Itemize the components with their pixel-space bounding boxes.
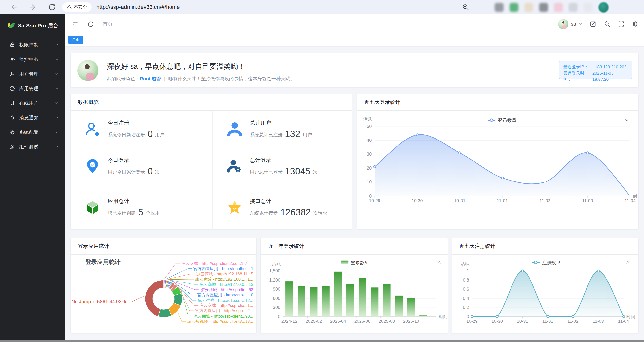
svg-text:11-02: 11-02: [540, 198, 550, 203]
sidebar-item-permission[interactable]: 权限控制: [0, 38, 65, 52]
svg-text:300: 300: [273, 305, 280, 310]
site-security-badge[interactable]: 不安全: [62, 3, 92, 12]
collapse-sidebar-icon[interactable]: [72, 21, 78, 28]
data-overview-card: 数据概览 今日注册 系统今日新增注册0用户 总计用户 系统总计已注册132用户 …: [70, 94, 352, 230]
extension-icon[interactable]: [524, 3, 533, 12]
svg-text:1: 1: [466, 268, 469, 273]
svg-text:11-04: 11-04: [618, 319, 629, 324]
sidebar-item-label: 权限控制: [19, 42, 38, 48]
browser-forward-icon[interactable]: [29, 4, 36, 11]
svg-text:活跃: 活跃: [272, 261, 281, 266]
card-title: 近七天登录统计: [364, 94, 400, 110]
breadcrumb[interactable]: 首页: [103, 21, 112, 28]
chevron-down-icon: [55, 44, 58, 46]
login-year-bar-chart[interactable]: 03006009001,2001,500活跃时间2024-122025-0220…: [260, 255, 448, 333]
login-apps-donut-chart[interactable]: 登录应用统计No Jump： 5861 44.93%凉云商城 - http://…: [70, 255, 256, 333]
stat-total-users: 总计用户 系统总计已注册132用户: [213, 111, 352, 148]
scissors-icon: [10, 144, 15, 150]
svg-text:10-31: 10-31: [517, 319, 528, 324]
stat-value: 132: [285, 129, 300, 139]
pie-icon: [10, 86, 15, 91]
svg-text:11-01: 11-01: [542, 319, 553, 324]
extension-icon[interactable]: [584, 3, 592, 12]
login-7days-chart-card: 近七天登录统计 01020304050活跃时间10-2910-3010-3111…: [356, 94, 638, 230]
stat-today-register: 今日注册 系统今日新增注册0用户: [70, 111, 213, 148]
user-menu[interactable]: sa: [558, 19, 582, 29]
stat-unit: 个应用: [146, 210, 160, 216]
stat-desc: 系统累计接受: [250, 210, 278, 216]
svg-text:官方内置应用 - http://localhos...1: 官方内置应用 - http://localhos...1: [193, 266, 253, 271]
sidebar-item-component-test[interactable]: 组件测试: [0, 140, 65, 154]
gear-icon[interactable]: [632, 21, 638, 28]
extension-icon[interactable]: [554, 3, 563, 12]
sidebar-item-users[interactable]: 用户管理: [0, 67, 65, 81]
stat-title: 应用总计: [108, 198, 160, 205]
login-7days-line-chart[interactable]: 01020304050活跃时间10-2910-3010-3111-0111-02…: [357, 111, 638, 229]
svg-text:11-02: 11-02: [568, 319, 578, 324]
extension-icon[interactable]: [569, 3, 578, 12]
app-logo[interactable]: Sa-Sso-Pro 后台: [0, 14, 65, 37]
svg-text:1,500: 1,500: [269, 268, 280, 273]
last-login-time-label: 最近登录时间：: [563, 70, 592, 83]
svg-text:20: 20: [367, 166, 372, 171]
svg-text:10-29: 10-29: [466, 319, 478, 324]
chevron-down-icon: [55, 59, 58, 61]
refresh-page-icon[interactable]: [87, 21, 94, 28]
sidebar: Sa-Sso-Pro 后台 权限控制 监控中心 用户管理 应用管理: [0, 14, 65, 340]
svg-text:凉云商城 - http://ssp-clie...62: 凉云商城 - http://ssp-clie...62: [200, 287, 253, 292]
stat-title: 今日注册: [108, 119, 164, 127]
browser-back-icon[interactable]: [10, 4, 17, 11]
sidebar-item-settings[interactable]: 系统配置: [0, 125, 65, 140]
card-title: 数据概览: [78, 94, 99, 110]
svg-text:凉云商城 - http://192.168.1...1...: 凉云商城 - http://192.168.1...1...: [195, 277, 254, 282]
stat-total-logins: 总计登录 用户总计已登录13045次: [213, 148, 352, 185]
zoom-out-icon[interactable]: [462, 4, 469, 11]
fullscreen-icon[interactable]: [618, 21, 624, 28]
svg-text:0.6: 0.6: [463, 287, 469, 292]
stat-unit: 用户: [155, 132, 164, 137]
download-icon[interactable]: [435, 259, 441, 265]
url-text[interactable]: http://ssp-admin.dev33.cn/#/home: [96, 4, 180, 10]
extension-icon[interactable]: [495, 3, 504, 12]
leaf-logo-icon: [6, 22, 15, 29]
download-icon[interactable]: [624, 117, 630, 123]
sidebar-item-apps[interactable]: 应用管理: [0, 81, 65, 96]
compose-icon[interactable]: [590, 21, 596, 28]
extension-icon[interactable]: [539, 3, 548, 12]
svg-text:2025-10: 2025-10: [403, 319, 419, 324]
user-gear-icon: [227, 159, 242, 174]
user-filled-icon: [227, 122, 242, 137]
user-photo-avatar[interactable]: [78, 60, 98, 81]
sidebar-item-notifications[interactable]: 消息通知: [0, 110, 65, 125]
svg-text:1,200: 1,200: [269, 277, 280, 282]
register-7days-line-chart[interactable]: 00.20.40.60.81活跃时间10-2910-3010-3111-0111…: [452, 255, 638, 333]
svg-text:600: 600: [273, 296, 280, 301]
svg-text:10-31: 10-31: [454, 198, 465, 203]
extension-icon[interactable]: [510, 3, 518, 12]
browser-refresh-icon[interactable]: [48, 4, 56, 11]
sidebar-item-monitor[interactable]: 监控中心: [0, 52, 65, 67]
download-icon[interactable]: [244, 259, 250, 265]
sidebar-item-label: 系统配置: [19, 129, 38, 136]
svg-text:凉云短视频 - http://ssp-client3...1: 凉云短视频 - http://ssp-client3...13...: [187, 319, 253, 324]
chevron-down-icon: [55, 131, 58, 133]
search-icon[interactable]: [604, 21, 610, 28]
cube-icon: [85, 200, 100, 215]
svg-text:0.2: 0.2: [463, 305, 469, 310]
tab-home[interactable]: 首页: [68, 36, 84, 44]
chevron-down-icon: [55, 146, 58, 148]
svg-text:10-30: 10-30: [412, 198, 423, 203]
pin-check-icon: [85, 159, 100, 174]
card-title: 近一年登录统计: [268, 238, 304, 254]
stat-total-requests: 接口总计 系统累计接受126382次请求: [213, 185, 352, 230]
browser-extensions[interactable]: [495, 2, 609, 13]
svg-text:11-04: 11-04: [625, 198, 636, 203]
svg-text:10-29: 10-29: [369, 198, 380, 203]
daily-quote: 哪有什么天才！坚持做你喜欢的事情，这本身就是一种天赋。: [168, 76, 295, 81]
browser-profile-avatar[interactable]: [598, 2, 609, 13]
card-title: 近七天注册统计: [459, 238, 496, 254]
svg-text:30: 30: [367, 152, 372, 157]
download-icon[interactable]: [626, 259, 632, 265]
sidebar-item-online-users[interactable]: 在线用户: [0, 96, 65, 110]
unlock-icon: [10, 42, 15, 48]
